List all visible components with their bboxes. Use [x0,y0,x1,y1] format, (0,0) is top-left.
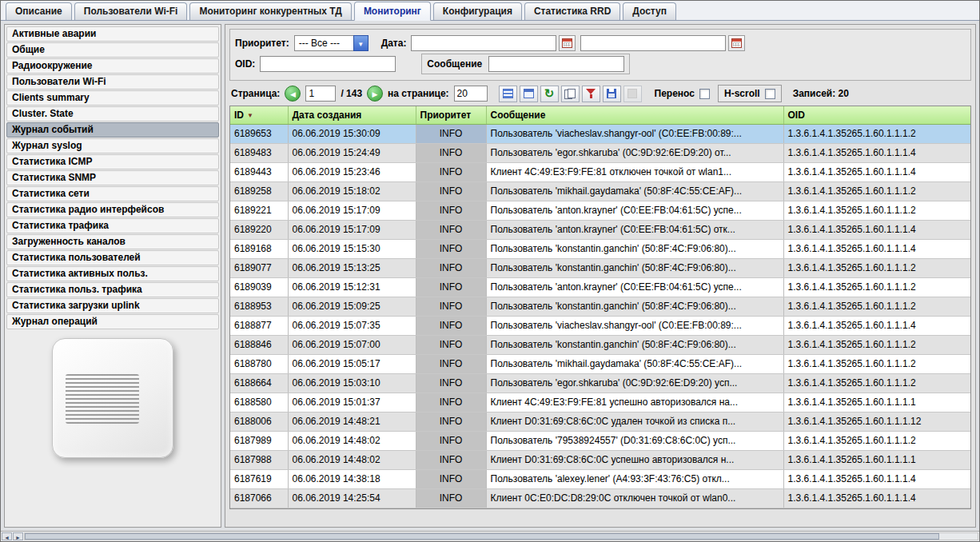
scroll-right-icon [15,531,21,542]
detach-window-icon [524,89,534,98]
table-row[interactable]: 618965306.06.2019 15:30:09INFOПользовате… [230,125,970,144]
date-from-calendar-button[interactable] [559,35,576,51]
sidebar-item-5[interactable]: Clients summary [6,90,219,106]
scrollbar-track[interactable] [24,532,978,540]
detach-window-button[interactable] [520,86,538,102]
page-input[interactable] [305,86,336,102]
sidebar-item-18[interactable]: Статистика загрузки uplink [6,298,219,313]
column-header-1[interactable]: ID [230,106,288,125]
refresh-button[interactable] [540,86,559,102]
table-row[interactable]: 618922106.06.2019 15:17:09INFOПользовате… [230,201,970,221]
cell-date: 06.06.2019 14:38:18 [288,470,416,489]
tab-6[interactable]: Статистика RRD [524,2,620,20]
sidebar-item-8[interactable]: Журнал syslog [6,138,219,153]
cell-id: 6187989 [230,432,288,451]
sidebar-item-3[interactable]: Радиоокружение [6,58,219,74]
column-header-3[interactable]: Приоритет [416,106,486,125]
sidebar-list: Активные аварииОбщиеРадиоокружениеПользо… [6,26,219,330]
tab-4[interactable]: Мониторинг [354,2,431,21]
table-row[interactable]: 618925806.06.2019 15:18:02INFOПользовате… [230,182,970,201]
table-row[interactable]: 618948306.06.2019 15:24:49INFOПользовате… [230,144,970,163]
sidebar-item-1[interactable]: Активные аварии [6,26,219,42]
arrow-right-icon [372,88,378,99]
date-to-calendar-button[interactable] [728,35,745,51]
cell-id: 6187988 [230,451,288,470]
sidebar-item-7[interactable]: Журнал событий [6,122,219,137]
column-header-4[interactable]: Сообщение [486,106,783,125]
sidebar-item-12[interactable]: Статистика радио интерфейсов [6,202,219,217]
priority-select[interactable]: --- Все --- [294,35,368,51]
sidebar-item-2[interactable]: Общие [6,42,219,58]
table-row[interactable]: 618878006.06.2019 15:05:17INFOПользовате… [230,355,970,374]
refresh-icon [544,88,555,100]
copy-button[interactable] [561,86,580,102]
cell-prio: INFO [416,374,486,393]
copy-icon [564,89,576,99]
sidebar-item-15[interactable]: Статистика пользователей [6,250,219,265]
cell-msg: Пользователь 'anton.krayner' (C0:EE:FB:0… [486,201,783,221]
column-header-2[interactable]: Дата создания [288,106,416,125]
cell-msg: Клиент 4C:49:E3:F9:FE:81 успешно авториз… [486,393,783,412]
table-row[interactable]: 618798906.06.2019 14:48:02INFOПользовате… [230,432,970,451]
tab-bar: ОписаниеПользователи Wi-FiМониторинг кон… [1,1,979,21]
tab-3[interactable]: Мониторинг конкурентных ТД [189,2,351,20]
table-row[interactable]: 618761906.06.2019 14:38:18INFOПользовате… [230,470,970,489]
table-row[interactable]: 618798806.06.2019 14:48:02INFOКлиент D0:… [230,451,970,470]
tab-1[interactable]: Описание [6,2,72,20]
scroll-right-button[interactable] [13,532,23,540]
table-row[interactable]: 618706606.06.2019 14:25:54INFOКлиент 0C:… [230,489,970,508]
wrap-checkbox[interactable] [699,89,710,99]
chevron-down-icon[interactable] [353,35,368,51]
tab-2[interactable]: Пользователи Wi-Fi [74,2,188,20]
next-page-button[interactable] [367,86,383,102]
table-row[interactable]: 618922006.06.2019 15:17:09INFOПользовате… [230,221,970,240]
cell-date: 06.06.2019 15:15:30 [288,240,416,259]
oid-input[interactable] [260,56,396,72]
prev-page-button[interactable] [285,86,301,102]
table-row[interactable]: 618903906.06.2019 15:12:31INFOПользовате… [230,278,970,297]
date-from-input[interactable] [411,35,556,51]
sidebar-item-13[interactable]: Статистика трафика [6,218,219,233]
sidebar-item-6[interactable]: Cluster. State [6,106,219,122]
table-row[interactable]: 618916806.06.2019 15:15:30INFOПользовате… [230,240,970,259]
scrollbar-thumb[interactable] [25,533,939,540]
hscroll-checkbox[interactable] [765,89,775,99]
sidebar-item-19[interactable]: Журнал операций [6,314,219,329]
table-row[interactable]: 618800606.06.2019 14:48:21INFOКлиент D0:… [230,412,970,432]
scroll-left-button[interactable] [2,532,12,540]
cell-date: 06.06.2019 15:01:37 [288,393,416,412]
table-row[interactable]: 618895306.06.2019 15:09:25INFOПользовате… [230,297,970,317]
tab-7[interactable]: Доступ [623,2,676,20]
cell-oid: 1.3.6.1.4.1.35265.1.60.1.1.1.12 [783,412,970,432]
sidebar-item-14[interactable]: Загруженность каналов [6,234,219,249]
cell-prio: INFO [416,201,486,221]
sidebar-item-4[interactable]: Пользователи Wi-Fi [6,74,219,90]
cell-prio: INFO [416,221,486,240]
table-row[interactable]: 618944306.06.2019 15:23:46INFOКлиент 4C:… [230,163,970,182]
filter-panel: Приоритет: --- Все --- Дата: OID: Соо [229,29,971,81]
message-input[interactable] [488,56,624,72]
table-row[interactable]: 618858006.06.2019 15:01:37INFOКлиент 4C:… [230,393,970,412]
date-to-input[interactable] [580,35,726,51]
tab-5[interactable]: Конфигурация [433,2,522,20]
column-header-5[interactable]: OID [783,106,970,125]
sidebar-item-10[interactable]: Статистика SNMP [6,170,219,185]
sidebar-item-16[interactable]: Статистика активных польз. [6,266,219,281]
table-row[interactable]: 618866406.06.2019 15:03:10INFOПользовате… [230,374,970,393]
sidebar-item-9[interactable]: Статистика ICMP [6,154,219,169]
sidebar-item-11[interactable]: Статистика сети [6,186,219,201]
columns-button[interactable] [499,86,517,102]
column-label: OID [788,110,805,121]
filter-row-2: OID: Сообщение [235,54,966,74]
table-row[interactable]: 618907706.06.2019 15:13:25INFOПользовате… [230,259,970,278]
cell-id: 6189221 [230,201,288,221]
cell-date: 06.06.2019 14:25:54 [288,489,416,508]
clear-filter-button[interactable] [582,86,600,102]
table-row[interactable]: 618887706.06.2019 15:07:35INFOПользовате… [230,317,970,336]
message-filter-group: Сообщение [421,54,630,74]
arrow-left-icon [290,88,296,99]
sidebar-item-17[interactable]: Статистика польз. трафика [6,282,219,297]
per-page-input[interactable] [454,86,488,102]
table-row[interactable]: 618884606.06.2019 15:07:00INFOПользовате… [230,336,970,355]
save-button[interactable] [603,86,621,102]
